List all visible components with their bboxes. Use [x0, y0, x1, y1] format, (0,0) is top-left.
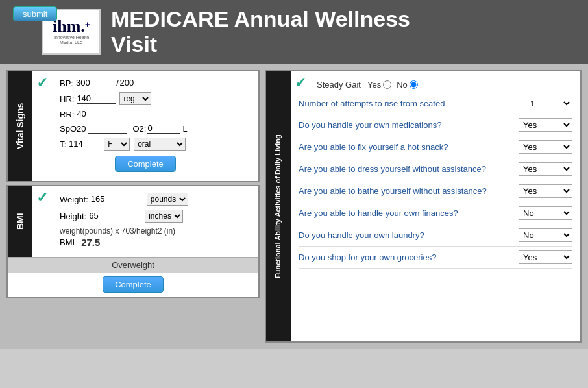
hr-input[interactable]: [77, 93, 116, 104]
spo2-input[interactable]: [88, 123, 127, 134]
question-answer-select-6[interactable]: YesNoWith Help: [519, 250, 572, 264]
vital-signs-complete-button[interactable]: Complete: [115, 156, 176, 172]
functional-checkmark: ✓: [295, 75, 306, 91]
question-answer-select-2[interactable]: YesNoWith Help: [519, 162, 572, 176]
temp-method-select[interactable]: oral axil rectal tympanic: [134, 138, 186, 151]
vital-signs-checkmark: ✓: [36, 75, 48, 91]
o2-input[interactable]: [147, 123, 180, 134]
bmi-calc-label: BMI: [60, 237, 75, 247]
functional-ability-label: Functional Ability Activities of Daily L…: [266, 71, 291, 341]
steady-gait-no-radio[interactable]: [410, 80, 418, 89]
rr-label: RR:: [60, 110, 74, 119]
attempts-select[interactable]: 1 2 3 4+: [526, 97, 572, 110]
weight-label: Weight:: [60, 195, 88, 204]
question-row: Do you handle your own laundry?YesNoWith…: [299, 224, 572, 247]
submit-button[interactable]: submit: [13, 6, 57, 21]
question-row: Do you shop for your own groceries?YesNo…: [299, 247, 572, 269]
bmi-formula: weight(pounds) x 703/height2 (in) =: [60, 226, 249, 236]
hr-rhythm-select[interactable]: reg irreg: [119, 92, 151, 105]
question-answer-select-0[interactable]: YesNoWith Help: [519, 118, 572, 132]
question-text-5: Do you handle your own laundry?: [299, 230, 519, 240]
question-text-4: Are you able to handle your own finances…: [299, 208, 519, 218]
attempts-row: Number of attempts to rise from seated 1…: [299, 93, 572, 114]
question-text-6: Do you shop for your own groceries?: [299, 252, 519, 262]
vital-signs-label: Vital Signs: [8, 71, 32, 181]
bmi-section: BMI ✓ Weight: pounds kg Height:: [6, 185, 260, 298]
weight-unit-select[interactable]: pounds kg: [147, 193, 188, 206]
bmi-checkmark: ✓: [36, 189, 48, 206]
hr-label: HR:: [60, 94, 74, 104]
question-text-2: Are you able to dress yourself without a…: [299, 164, 519, 174]
question-answer-select-4[interactable]: YesNoWith Help: [519, 206, 572, 220]
functional-ability-section: Functional Ability Activities of Daily L…: [265, 70, 582, 343]
steady-gait-no-label: No: [397, 80, 408, 90]
height-unit-select[interactable]: inches cm: [145, 210, 183, 223]
question-answer-select-5[interactable]: YesNoWith Help: [519, 228, 572, 242]
steady-gait-label: Steady Gait: [317, 80, 361, 90]
question-row: Are you able to dress yourself without a…: [299, 158, 572, 180]
question-row: Are you able to fix yourself a hot snack…: [299, 136, 572, 158]
question-text-1: Are you able to fix yourself a hot snack…: [299, 142, 519, 152]
vital-signs-section: Vital Signs ✓ BP: / HR: reg irreg: [6, 70, 260, 182]
bp-separator: /: [116, 79, 119, 88]
logo-plus-icon: +: [85, 19, 90, 30]
question-row: Are you able to handle your own finances…: [299, 202, 572, 224]
o2-unit: L: [182, 124, 187, 134]
bmi-status: Overweight: [8, 257, 258, 273]
logo-subtitle: Innovative Health Media, LLC: [49, 35, 94, 46]
question-answer-select-1[interactable]: YesNoWith Help: [519, 140, 572, 154]
header-title: MEDICARE Annual Wellness Visit: [111, 6, 410, 57]
bmi-complete-button[interactable]: Complete: [103, 276, 164, 293]
temp-scale-select[interactable]: F C: [104, 138, 130, 151]
height-label: Height:: [60, 212, 86, 221]
question-answer-select-3[interactable]: YesNoWith Help: [519, 184, 572, 198]
attempts-label: Number of attempts to rise from seated: [299, 99, 526, 108]
bp-label: BP:: [60, 79, 73, 88]
bmi-label: BMI: [8, 186, 32, 257]
o2-label: O2:: [132, 124, 146, 134]
question-text-0: Do you handle your own medications?: [299, 120, 519, 130]
steady-gait-row: Steady Gait Yes No: [299, 77, 572, 93]
bmi-calc-value: 27.5: [81, 237, 100, 248]
steady-gait-yes-label: Yes: [367, 80, 381, 90]
bp-diastolic-input[interactable]: [120, 78, 159, 88]
steady-gait-yes-radio[interactable]: [383, 80, 391, 89]
temp-input[interactable]: [69, 139, 101, 149]
question-row: Do you handle your own medications?YesNo…: [299, 114, 572, 136]
rr-input[interactable]: [77, 109, 116, 119]
question-row: Are you able to bathe yourself without a…: [299, 180, 572, 202]
temp-label: T:: [60, 139, 66, 149]
weight-input[interactable]: [91, 194, 143, 204]
bp-systolic-input[interactable]: [76, 78, 115, 88]
question-text-3: Are you able to bathe yourself without a…: [299, 186, 519, 196]
spo2-label: SpO20: [60, 124, 86, 134]
height-input[interactable]: [89, 211, 141, 221]
logo-text: ihm.: [53, 18, 85, 35]
